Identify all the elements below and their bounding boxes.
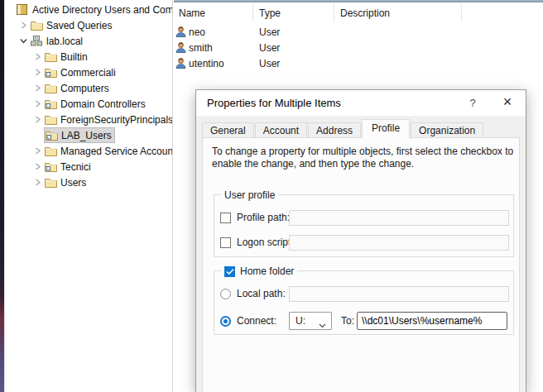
tree-item-managed-service-accounts[interactable]: Managed Service Accounts (6, 143, 172, 159)
cell-type: User (259, 26, 280, 38)
profile-tab-page: To change a property for multiple object… (202, 137, 520, 392)
chevron-right-icon[interactable] (31, 147, 45, 155)
tree-item-label: Managed Service Accounts (60, 146, 173, 157)
tab-address[interactable]: Address (308, 122, 361, 138)
profile-path-checkbox[interactable] (220, 213, 231, 223)
cell-name: utentino (189, 58, 224, 69)
chevron-right-icon[interactable] (31, 116, 45, 123)
folder-icon (45, 84, 58, 93)
chevron-down-icon[interactable] (17, 38, 31, 45)
folder-icon (45, 146, 58, 156)
tree-item-saved-queries[interactable]: Saved Queries (6, 17, 172, 33)
tree-item-label: Active Directory Users and Com (32, 4, 173, 16)
column-separator[interactable] (252, 4, 253, 22)
user-icon (175, 26, 186, 40)
local-path-input[interactable] (289, 286, 509, 302)
column-header-description[interactable]: Description (340, 7, 390, 19)
logon-script-checkbox[interactable] (220, 237, 231, 248)
profile-path-label: Profile path: (237, 212, 290, 223)
tab-strip: General Account Address Profile Organiza… (202, 121, 484, 138)
tree-item-label: Commerciali (60, 67, 116, 79)
tree-item-lab-local[interactable]: lab.local (6, 33, 172, 49)
tab-account[interactable]: Account (255, 122, 307, 138)
folder-icon (31, 21, 44, 31)
cell-type: User (259, 42, 280, 54)
chevron-right-icon[interactable] (31, 69, 45, 76)
ou-folder-icon (45, 162, 58, 172)
cell-name: neo (189, 26, 205, 38)
tree-item-builtin[interactable]: Builtin (6, 49, 172, 65)
ou-folder-icon (45, 68, 58, 78)
desktop-wallpaper-edge (0, 0, 5, 392)
tree-item-root[interactable]: Active Directory Users and Com (6, 2, 172, 17)
connect-radio[interactable] (220, 316, 231, 327)
profile-path-input[interactable] (289, 210, 509, 226)
selected-item-highlight[interactable]: LAB_Users (45, 128, 114, 142)
folder-icon (45, 115, 58, 125)
user-icon (175, 58, 186, 71)
drive-letter-value: U: (296, 315, 305, 327)
dialog-title: Properties for Multiple Items (207, 97, 341, 109)
help-button[interactable]: ? (458, 90, 488, 116)
tree-item-label: Computers (60, 83, 109, 94)
tree-item-lab-users[interactable]: LAB_Users (6, 127, 172, 143)
check-icon (226, 268, 234, 275)
tree-item-label: LAB_Users (61, 130, 112, 141)
folder-icon (45, 52, 58, 62)
chevron-right-icon[interactable] (31, 53, 45, 60)
tree-item-computers[interactable]: Computers (6, 80, 172, 96)
list-item-smith[interactable]: smith User (174, 40, 543, 55)
console-tree-panel: Active Directory Users and Com Saved Que… (6, 0, 173, 392)
tree-item-label: Saved Queries (46, 20, 112, 31)
tree-item-users[interactable]: Users (6, 174, 172, 190)
ou-folder-icon (45, 99, 58, 109)
group-caption-label: User profile (224, 189, 275, 201)
local-path-radio[interactable] (220, 289, 231, 299)
chevron-right-icon[interactable] (31, 163, 45, 170)
tree-item-tecnici[interactable]: Tecnici (6, 159, 172, 174)
home-folder-caption: Home folder (221, 265, 297, 278)
tree-item-foreign-security-principals[interactable]: ForeignSecurityPrincipals (6, 112, 172, 127)
logon-script-input[interactable] (289, 235, 509, 251)
column-header-type[interactable]: Type (259, 7, 281, 19)
tab-general[interactable]: General (202, 122, 254, 138)
column-header-name[interactable]: Name (179, 7, 205, 19)
cell-name: smith (189, 42, 213, 54)
home-folder-checkbox[interactable] (224, 266, 235, 277)
list-rows: neo User smith User utentino User (174, 24, 543, 71)
tree-item-commerciali[interactable]: Commerciali (6, 65, 172, 80)
close-icon[interactable]: × (489, 90, 526, 116)
to-label: To: (341, 315, 354, 327)
tree-item-label: Tecnici (60, 161, 91, 173)
chevron-right-icon[interactable] (31, 100, 45, 108)
chevron-right-icon[interactable] (17, 22, 31, 29)
domain-icon (31, 36, 44, 46)
tab-profile[interactable]: Profile (362, 119, 410, 138)
dialog-titlebar: Properties for Multiple Items ? × (196, 90, 526, 116)
drive-letter-dropdown[interactable]: U: (289, 312, 332, 330)
user-profile-group: User profile Profile path: Logon script: (214, 194, 514, 257)
tree-item-label: lab.local (46, 36, 83, 47)
column-separator[interactable] (334, 4, 334, 22)
instruction-text: To change a property for multiple object… (212, 146, 517, 170)
local-path-label: Local path: (237, 288, 286, 299)
tree-item-label: ForeignSecurityPrincipals (60, 114, 173, 126)
properties-dialog: Properties for Multiple Items ? × Genera… (195, 89, 526, 392)
chevron-right-icon[interactable] (31, 179, 45, 186)
list-item-utentino[interactable]: utentino User (174, 55, 543, 71)
tree-item-label: Users (60, 177, 86, 189)
home-folder-group: Home folder Local path: Connect: U: To: (214, 270, 514, 335)
column-separator[interactable] (461, 4, 462, 22)
home-folder-path-input[interactable] (357, 312, 507, 330)
list-item-neo[interactable]: neo User (174, 24, 543, 40)
tree-item-label: Domain Controllers (60, 98, 146, 110)
user-icon (175, 42, 186, 55)
list-header: Name Type Description (174, 2, 543, 22)
chevron-right-icon[interactable] (31, 84, 45, 92)
user-profile-caption: User profile (221, 189, 278, 202)
tab-organization[interactable]: Organization (411, 122, 483, 138)
tree-item-domain-controllers[interactable]: Domain Controllers (6, 96, 172, 112)
folder-icon (45, 178, 58, 188)
console-root-icon (17, 4, 30, 15)
cell-type: User (259, 58, 280, 69)
